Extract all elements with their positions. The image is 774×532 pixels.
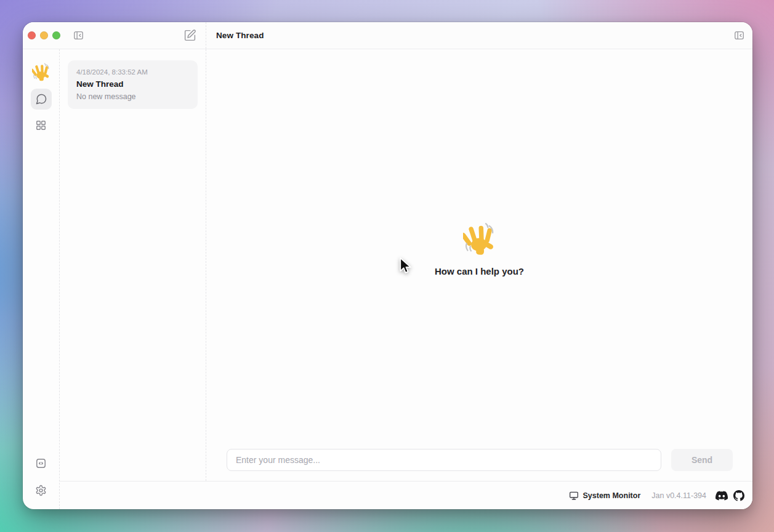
page-title: New Thread	[216, 31, 264, 40]
desktop-background: { "titlebar": { "title": "New Thread" },…	[0, 0, 774, 532]
sidebar-item-chat[interactable]	[31, 89, 52, 110]
apps-grid-icon	[35, 119, 47, 131]
traffic-lights	[28, 31, 60, 39]
new-thread-button[interactable]	[182, 28, 198, 44]
greeting-text: How can I help you?	[435, 266, 524, 276]
github-link[interactable]	[733, 490, 744, 501]
discord-icon	[716, 490, 728, 502]
sidebar-item-hub[interactable]	[31, 115, 52, 135]
thread-timestamp: 4/18/2024, 8:33:52 AM	[76, 68, 189, 76]
settings-gear-icon	[35, 485, 47, 496]
github-icon	[733, 490, 744, 501]
minimize-button[interactable]	[40, 31, 48, 39]
message-input[interactable]	[227, 449, 661, 471]
chat-bubble-icon	[35, 93, 47, 105]
titlebar: New Thread	[23, 22, 752, 49]
edit-pencil-icon	[183, 29, 196, 42]
collapse-left-panel-button[interactable]	[70, 28, 86, 44]
thread-last-message: No new message	[76, 92, 189, 101]
titlebar-main: New Thread	[206, 22, 752, 49]
close-button[interactable]	[28, 31, 36, 39]
app-window: New Thread	[23, 22, 752, 509]
wave-emoji	[32, 63, 50, 81]
panel-collapse-icon	[733, 30, 745, 41]
monitor-icon	[569, 491, 579, 501]
send-button[interactable]: Send	[671, 449, 733, 471]
local-api-server-icon	[35, 457, 47, 469]
discord-link[interactable]	[716, 490, 728, 502]
message-composer: Send	[206, 449, 752, 481]
sidebar-item-settings[interactable]	[31, 480, 52, 501]
panel-collapse-icon	[73, 30, 84, 41]
system-monitor-label: System Monitor	[583, 491, 641, 500]
thread-list-panel: 4/18/2024, 8:33:52 AM New Thread No new …	[60, 49, 206, 481]
status-bar: System Monitor Jan v0.4.11-394	[60, 481, 752, 509]
thread-list-item[interactable]: 4/18/2024, 8:33:52 AM New Thread No new …	[68, 60, 198, 109]
thread-title: New Thread	[76, 79, 189, 89]
sidebar-item-local-api-server[interactable]	[31, 453, 52, 474]
collapse-right-panel-button[interactable]	[731, 28, 747, 44]
ribbon-sidebar	[23, 49, 60, 509]
app-version: Jan v0.4.11-394	[651, 491, 706, 500]
wave-emoji	[463, 222, 496, 256]
system-monitor-button[interactable]: System Monitor	[569, 491, 641, 501]
titlebar-left-panel	[23, 22, 206, 49]
chat-main-area: How can I help you? Send	[206, 49, 752, 481]
zoom-button[interactable]	[52, 31, 60, 39]
welcome-screen: How can I help you?	[206, 49, 752, 449]
